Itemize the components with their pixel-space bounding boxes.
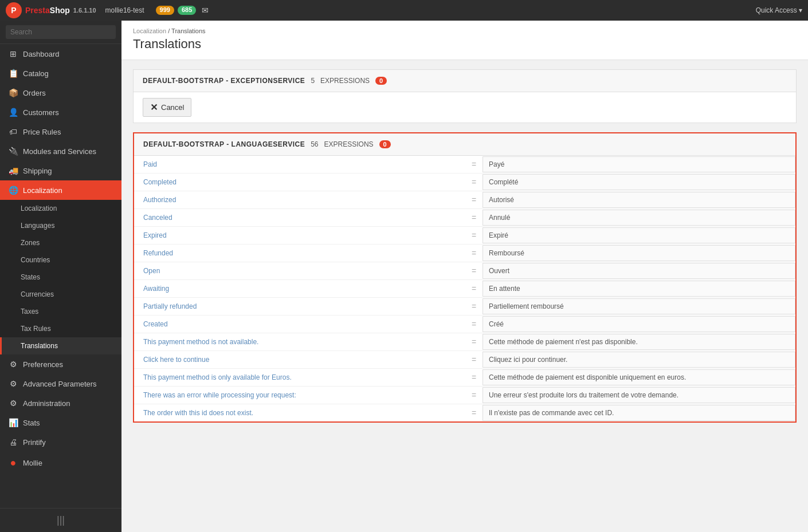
sidebar-sub-item-taxes[interactable]: Taxes bbox=[0, 303, 121, 320]
translation-value[interactable] bbox=[483, 227, 795, 243]
sidebar-item-catalog[interactable]: 📋 Catalog bbox=[0, 64, 121, 83]
topbar: P PrestaShop 1.6.1.10 mollie16-test 999 … bbox=[0, 0, 808, 21]
sidebar-sub-item-states[interactable]: States bbox=[0, 269, 121, 286]
sidebar-item-price-rules[interactable]: 🏷 Price Rules bbox=[0, 122, 121, 141]
table-row: Expired = bbox=[134, 227, 795, 245]
orders-icon: 📦 bbox=[8, 88, 18, 97]
translation-value[interactable] bbox=[483, 316, 795, 332]
translation-value[interactable] bbox=[483, 245, 795, 261]
translation-input[interactable] bbox=[483, 263, 795, 279]
price-rules-icon: 🏷 bbox=[8, 127, 18, 136]
sidebar-item-label: Mollie bbox=[23, 459, 42, 467]
translation-input[interactable] bbox=[483, 352, 795, 368]
sidebar-item-shipping[interactable]: 🚚 Shipping bbox=[0, 161, 121, 180]
modules-icon: 🔌 bbox=[8, 147, 18, 156]
translation-input[interactable] bbox=[483, 156, 795, 172]
sidebar-item-localization[interactable]: 🌐 Localization bbox=[0, 180, 121, 200]
sidebar-sub-item-zones[interactable]: Zones bbox=[0, 234, 121, 251]
sidebar-sub-item-currencies[interactable]: Currencies bbox=[0, 286, 121, 303]
translation-input[interactable] bbox=[483, 174, 795, 190]
sidebar-item-label: Shipping bbox=[23, 167, 52, 175]
translation-input[interactable] bbox=[483, 192, 795, 208]
localization-icon: 🌐 bbox=[8, 186, 18, 195]
translation-value[interactable] bbox=[483, 334, 795, 350]
sidebar-item-administration[interactable]: ⚙ Administration bbox=[0, 393, 121, 413]
sidebar-sub-item-countries[interactable]: Countries bbox=[0, 251, 121, 269]
sidebar-item-printify[interactable]: 🖨 Printify bbox=[0, 432, 121, 452]
translation-key: The order with this id does not exist. bbox=[134, 404, 465, 421]
equals-sign: = bbox=[465, 408, 483, 417]
sidebar-item-dashboard[interactable]: ⊞ Dashboard bbox=[0, 44, 121, 64]
sidebar-item-mollie[interactable]: ● Mollie bbox=[0, 452, 121, 474]
equals-sign: = bbox=[465, 249, 483, 258]
translation-input[interactable] bbox=[483, 405, 795, 421]
layout: ⊞ Dashboard 📋 Catalog 📦 Orders 👤 Custome… bbox=[0, 21, 808, 532]
translation-key: Paid bbox=[134, 156, 465, 173]
main-header: Localization / Translations Translations bbox=[121, 21, 808, 60]
table-row: This payment method is not available. = bbox=[134, 333, 795, 351]
breadcrumb-parent[interactable]: Localization bbox=[133, 27, 166, 34]
translation-value[interactable] bbox=[483, 405, 795, 421]
search-input[interactable] bbox=[6, 25, 116, 39]
translation-input[interactable] bbox=[483, 281, 795, 297]
translation-value[interactable] bbox=[483, 174, 795, 190]
sidebar-item-preferences[interactable]: ⚙ Preferences bbox=[0, 354, 121, 374]
catalog-icon: 📋 bbox=[8, 69, 18, 78]
sidebar-item-advanced-parameters[interactable]: ⚙ Advanced Parameters bbox=[0, 374, 121, 393]
translation-table: Paid = Completed = Authorized = Canceled… bbox=[134, 156, 795, 421]
preferences-icon: ⚙ bbox=[8, 360, 18, 369]
table-row: The order with this id does not exist. = bbox=[134, 404, 795, 421]
translation-value[interactable] bbox=[483, 387, 795, 403]
shipping-icon: 🚚 bbox=[8, 166, 18, 175]
translation-input[interactable] bbox=[483, 369, 795, 385]
translation-key: Canceled bbox=[134, 209, 465, 226]
sidebar-item-label: Price Rules bbox=[23, 128, 61, 136]
table-row: Created = bbox=[134, 316, 795, 333]
translation-value[interactable] bbox=[483, 369, 795, 385]
sidebar-sub-item-translations[interactable]: Translations bbox=[0, 337, 121, 354]
sidebar-sub-item-localization[interactable]: Localization bbox=[0, 200, 121, 217]
translation-input[interactable] bbox=[483, 316, 795, 332]
cart-badge[interactable]: 999 bbox=[156, 6, 174, 15]
translation-key: Refunded bbox=[134, 245, 465, 262]
sidebar-item-modules[interactable]: 🔌 Modules and Services bbox=[0, 141, 121, 161]
translation-input[interactable] bbox=[483, 227, 795, 243]
section1-cancel-button[interactable]: ✕ Cancel bbox=[143, 98, 191, 117]
translation-value[interactable] bbox=[483, 192, 795, 208]
message-badge[interactable]: 685 bbox=[178, 6, 196, 15]
dashboard-icon: ⊞ bbox=[8, 49, 18, 58]
collapse-icon[interactable]: ||| bbox=[57, 514, 65, 526]
equals-sign: = bbox=[465, 160, 483, 169]
sidebar-item-orders[interactable]: 📦 Orders bbox=[0, 83, 121, 103]
sidebar-sub-item-languages[interactable]: Languages bbox=[0, 217, 121, 234]
equals-sign: = bbox=[465, 355, 483, 364]
equals-sign: = bbox=[465, 302, 483, 311]
page-title: Translations bbox=[133, 37, 797, 52]
translation-input[interactable] bbox=[483, 298, 795, 314]
translation-value[interactable] bbox=[483, 210, 795, 226]
translation-key: Authorized bbox=[134, 191, 465, 208]
translation-value[interactable] bbox=[483, 156, 795, 172]
sidebar-item-label: Printify bbox=[23, 438, 46, 447]
translation-key: This payment method is only available fo… bbox=[134, 369, 465, 386]
table-row: This payment method is only available fo… bbox=[134, 369, 795, 387]
sidebar-sub-item-tax-rules[interactable]: Tax Rules bbox=[0, 320, 121, 337]
mollie-icon: ● bbox=[8, 457, 18, 469]
translation-key: There was an error while processing your… bbox=[134, 387, 465, 404]
translation-value[interactable] bbox=[483, 298, 795, 314]
translation-input[interactable] bbox=[483, 245, 795, 261]
quick-access-button[interactable]: Quick Access ▾ bbox=[756, 6, 802, 14]
translation-input[interactable] bbox=[483, 210, 795, 226]
section-card-exceptionservice: DEFAULT-BOOTSTRAP - EXCEPTIONSERVICE 5 E… bbox=[133, 69, 797, 123]
sidebar-item-customers[interactable]: 👤 Customers bbox=[0, 103, 121, 122]
translation-value[interactable] bbox=[483, 281, 795, 297]
sidebar-item-label: Customers bbox=[23, 108, 59, 117]
translation-input[interactable] bbox=[483, 387, 795, 403]
translation-key: Awaiting bbox=[134, 280, 465, 297]
translation-value[interactable] bbox=[483, 263, 795, 279]
translation-value[interactable] bbox=[483, 352, 795, 368]
equals-sign: = bbox=[465, 178, 483, 187]
translation-input[interactable] bbox=[483, 334, 795, 350]
search-box[interactable] bbox=[0, 21, 121, 44]
sidebar-item-stats[interactable]: 📊 Stats bbox=[0, 413, 121, 432]
